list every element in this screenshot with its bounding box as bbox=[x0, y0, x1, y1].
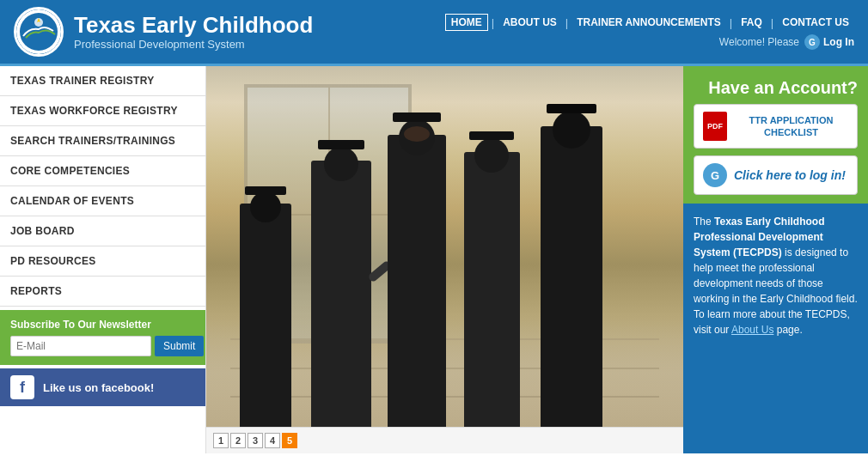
facebook-bar[interactable]: f Like us on facebook! bbox=[0, 368, 205, 406]
header: Texas Early Childhood Professional Devel… bbox=[0, 0, 868, 66]
sidebar-item-core-competencies[interactable]: CORE COMPETENCIES bbox=[0, 156, 205, 186]
newsletter-form: Submit bbox=[10, 336, 195, 356]
click-here-login-button[interactable]: G Click here to log in! bbox=[694, 155, 858, 195]
newsletter-email-input[interactable] bbox=[10, 336, 151, 356]
have-account-title: Have an Account? bbox=[694, 78, 858, 97]
sidebar-item-calendar-events[interactable]: CALENDAR OF EVENTS bbox=[0, 186, 205, 216]
hero-image bbox=[206, 66, 683, 427]
newsletter-label: Subscribe To Our Newsletter bbox=[10, 319, 195, 331]
sidebar: TEXAS TRAINER REGISTRY TEXAS WORKFORCE R… bbox=[0, 66, 206, 453]
login-btn-label: Click here to log in! bbox=[734, 168, 846, 182]
dot-4[interactable]: 4 bbox=[265, 433, 280, 448]
sidebar-item-job-board[interactable]: JOB BOARD bbox=[0, 216, 205, 246]
logo-area: Texas Early Childhood Professional Devel… bbox=[14, 7, 313, 57]
facebook-icon: f bbox=[10, 375, 34, 399]
right-panel: Have an Account? PDF TTR APPLICATION CHE… bbox=[683, 66, 868, 453]
sidebar-item-texas-trainer-registry[interactable]: TEXAS TRAINER REGISTRY bbox=[0, 66, 205, 96]
logo-inner bbox=[16, 9, 61, 54]
ttr-btn-label: TTR APPLICATION CHECKLIST bbox=[734, 114, 848, 139]
content-area: 1 2 3 4 5 bbox=[206, 66, 683, 453]
nav-sep-1: | bbox=[492, 16, 494, 29]
logo-text: Texas Early Childhood Professional Devel… bbox=[74, 13, 313, 51]
about-us-link[interactable]: About Us bbox=[731, 324, 773, 336]
dot-5[interactable]: 5 bbox=[282, 433, 297, 448]
description-text: The Texas Early Childhood Professional D… bbox=[694, 214, 858, 337]
logo-subtitle: Professional Development System bbox=[74, 38, 313, 51]
sidebar-item-texas-workforce-registry[interactable]: TEXAS WORKFORCE REGISTRY bbox=[0, 96, 205, 126]
sidebar-item-pd-resources[interactable]: PD RESOURCES bbox=[0, 246, 205, 277]
sidebar-item-search-trainers[interactable]: SEARCH TRAINERS/TRAININGS bbox=[0, 126, 205, 156]
logo-circle bbox=[14, 7, 64, 57]
nav-home[interactable]: HOME bbox=[445, 14, 488, 31]
google-icon: G bbox=[703, 163, 727, 187]
nav-area: HOME | ABOUT US | TRAINER ANNOUNCEMENTS … bbox=[445, 14, 854, 50]
ttr-application-button[interactable]: PDF TTR APPLICATION CHECKLIST bbox=[694, 104, 858, 149]
header-login-link[interactable]: G Log In bbox=[804, 34, 854, 50]
desc-end: page. bbox=[773, 324, 802, 336]
nav-sep-3: | bbox=[730, 16, 732, 29]
login-label: Log In bbox=[823, 36, 854, 48]
nav-trainer-announcements[interactable]: TRAINER ANNOUNCEMENTS bbox=[572, 15, 726, 30]
newsletter-submit-button[interactable]: Submit bbox=[155, 336, 204, 356]
main: TEXAS TRAINER REGISTRY TEXAS WORKFORCE R… bbox=[0, 66, 868, 453]
dot-2[interactable]: 2 bbox=[230, 433, 246, 448]
nav-sep-2: | bbox=[565, 16, 568, 29]
newsletter-box: Subscribe To Our Newsletter Submit bbox=[0, 310, 205, 365]
nav-sep-4: | bbox=[771, 16, 773, 29]
desc-mid: is designed to help meet the professiona… bbox=[694, 246, 858, 336]
dot-1[interactable]: 1 bbox=[213, 433, 229, 448]
nav-welcome: Welcome! Please G Log In bbox=[719, 34, 854, 50]
facebook-label: Like us on facebook! bbox=[43, 381, 154, 394]
nav-top: HOME | ABOUT US | TRAINER ANNOUNCEMENTS … bbox=[445, 14, 854, 31]
welcome-text: Welcome! Please bbox=[719, 36, 799, 48]
have-account-box: Have an Account? PDF TTR APPLICATION CHE… bbox=[683, 66, 868, 204]
logo-title: Texas Early Childhood bbox=[74, 13, 313, 38]
sidebar-item-reports[interactable]: REPORTS bbox=[0, 277, 205, 307]
login-icon: G bbox=[804, 34, 820, 50]
description-box: The Texas Early Childhood Professional D… bbox=[683, 204, 868, 453]
nav-contact[interactable]: CONTACT US bbox=[777, 15, 854, 30]
pdf-icon: PDF bbox=[703, 112, 727, 141]
desc-pre: The bbox=[694, 216, 714, 228]
dot-3[interactable]: 3 bbox=[248, 433, 263, 448]
nav-faq[interactable]: FAQ bbox=[736, 15, 767, 30]
image-dots: 1 2 3 4 5 bbox=[206, 427, 683, 453]
nav-about[interactable]: ABOUT US bbox=[498, 15, 562, 30]
